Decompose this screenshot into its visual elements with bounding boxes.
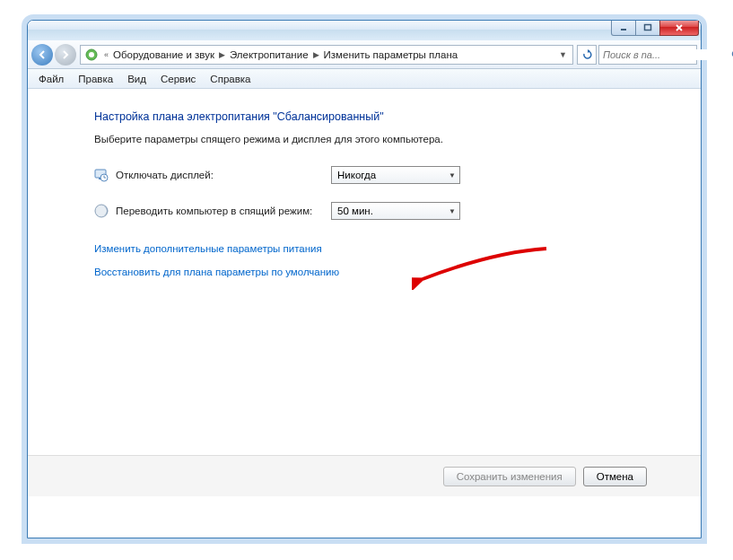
back-button[interactable] (31, 44, 53, 66)
display-off-value: Никогда (337, 170, 376, 180)
chevron-down-icon: ▼ (449, 171, 456, 179)
explorer-window: « Оборудование и звук ▶ Электропитание ▶… (27, 20, 702, 538)
sleep-dropdown[interactable]: 50 мин. ▼ (331, 202, 460, 220)
forward-button[interactable] (55, 44, 76, 66)
monitor-icon (94, 168, 109, 182)
menu-file[interactable]: Файл (31, 74, 71, 84)
close-button[interactable] (659, 21, 699, 36)
control-panel-icon (84, 48, 99, 62)
chevron-down-icon: ▼ (449, 207, 456, 215)
sleep-icon (94, 204, 109, 218)
breadcrumb-overflow[interactable]: « (101, 50, 111, 59)
sleep-label: Переводить компьютер в спящий режим: (116, 206, 331, 216)
chevron-right-icon: ▶ (216, 50, 228, 59)
setting-sleep: Переводить компьютер в спящий режим: 50 … (94, 202, 636, 220)
minimize-button[interactable] (611, 21, 636, 36)
menu-help[interactable]: Справка (203, 74, 257, 84)
refresh-button[interactable] (577, 45, 597, 65)
menu-tools[interactable]: Сервис (153, 74, 203, 84)
chevron-right-icon: ▶ (310, 50, 322, 59)
menubar: Файл Правка Вид Сервис Справка (28, 69, 701, 89)
breadcrumb-item[interactable]: Оборудование и звук (111, 49, 216, 60)
restore-defaults-link[interactable]: Восстановить для плана параметры по умол… (94, 267, 636, 277)
button-bar: Сохранить изменения Отмена (28, 455, 701, 496)
breadcrumb[interactable]: « Оборудование и звук ▶ Электропитание ▶… (80, 45, 573, 65)
content-area: Настройка плана электропитания "Сбаланси… (28, 89, 701, 455)
svg-point-11 (95, 205, 108, 217)
page-subtitle: Выберите параметры спящего режима и дисп… (94, 134, 636, 144)
setting-display-off: Отключать дисплей: Никогда ▼ (94, 166, 636, 184)
sleep-value: 50 мин. (337, 206, 373, 216)
breadcrumb-item[interactable]: Электропитание (228, 49, 310, 60)
svg-rect-1 (645, 25, 651, 31)
navigation-bar: « Оборудование и звук ▶ Электропитание ▶… (28, 40, 701, 69)
menu-view[interactable]: Вид (120, 74, 153, 84)
svg-point-3 (89, 52, 94, 57)
search-field[interactable] (599, 49, 731, 60)
links: Изменить дополнительные параметры питани… (94, 243, 636, 277)
search-input[interactable] (598, 45, 697, 65)
chevron-down-icon[interactable]: ▼ (554, 50, 572, 59)
cancel-button[interactable]: Отмена (583, 467, 647, 486)
display-off-label: Отключать дисплей: (116, 170, 331, 180)
advanced-settings-link[interactable]: Изменить дополнительные параметры питани… (94, 243, 636, 254)
menu-edit[interactable]: Правка (71, 74, 120, 84)
breadcrumb-item[interactable]: Изменить параметры плана (322, 49, 460, 60)
save-button[interactable]: Сохранить изменения (443, 467, 576, 486)
maximize-button[interactable] (635, 21, 660, 36)
page-title: Настройка плана электропитания "Сбаланси… (94, 110, 636, 123)
titlebar (28, 21, 701, 40)
display-off-dropdown[interactable]: Никогда ▼ (331, 166, 460, 184)
